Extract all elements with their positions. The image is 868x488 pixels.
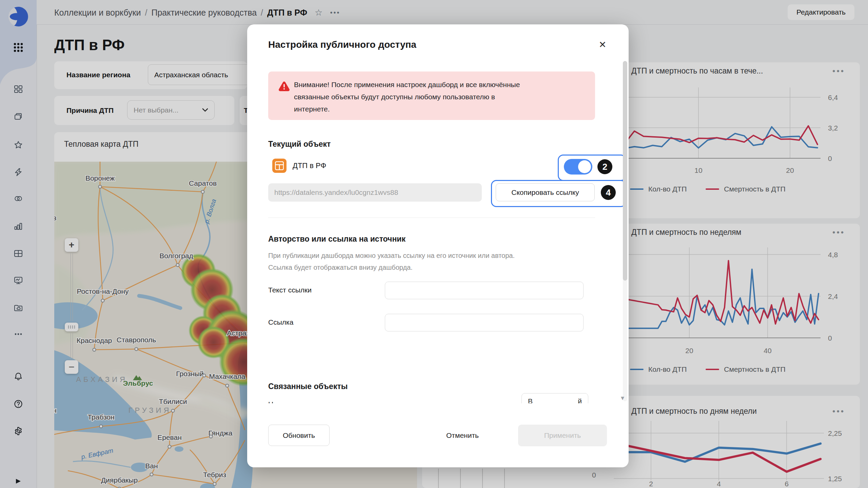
related-row-fragment: Н bbox=[268, 400, 273, 403]
warning-banner: Внимание! После применения настроек дашб… bbox=[268, 72, 595, 120]
warning-text: Внимание! После применения настроек дашб… bbox=[294, 79, 520, 115]
section-current-object: Текущий объект bbox=[268, 140, 331, 149]
related-select[interactable]: В й bbox=[521, 393, 588, 403]
public-access-modal: Настройка публичного доступа ✕ Внимание!… bbox=[247, 24, 629, 467]
close-icon[interactable]: ✕ bbox=[595, 37, 610, 52]
modal-scrollbar-thumb[interactable] bbox=[623, 61, 627, 281]
link-input[interactable] bbox=[385, 314, 584, 331]
related-select-fragment-start: В bbox=[528, 397, 533, 403]
public-url-input[interactable] bbox=[268, 183, 482, 202]
cancel-button[interactable]: Отменить bbox=[432, 425, 493, 446]
link-text-input[interactable] bbox=[385, 282, 584, 299]
related-select-fragment-end: й bbox=[578, 397, 582, 403]
authorship-description: При публикации дашборда можно указать сс… bbox=[268, 250, 515, 273]
toggle-knob bbox=[578, 160, 591, 173]
dashboard-object-icon bbox=[272, 159, 287, 173]
copy-link-button[interactable]: Скопировать ссылку bbox=[496, 183, 595, 201]
modal-title: Настройка публичного доступа bbox=[268, 39, 416, 50]
divider bbox=[268, 218, 595, 218]
hint-badge-4: 4 bbox=[601, 185, 616, 200]
warning-icon bbox=[278, 81, 290, 92]
link-label: Ссылка bbox=[268, 318, 293, 326]
update-button[interactable]: Обновить bbox=[268, 425, 330, 446]
public-access-toggle[interactable] bbox=[564, 159, 592, 175]
app-root: Коллекции и воркбуки/Практические руково… bbox=[0, 0, 868, 488]
hint-badge-2: 2 bbox=[597, 159, 612, 174]
object-name: ДТП в РФ bbox=[293, 161, 326, 170]
related-objects-clipped-row: Н В й bbox=[247, 392, 623, 403]
section-authorship: Авторство или ссылка на источник bbox=[268, 235, 406, 244]
section-related-objects: Связанные объекты bbox=[268, 382, 348, 391]
scroll-down-icon[interactable]: ▾ bbox=[621, 394, 624, 402]
apply-button: Применить bbox=[518, 425, 607, 446]
link-text-label: Текст ссылки bbox=[268, 286, 312, 294]
